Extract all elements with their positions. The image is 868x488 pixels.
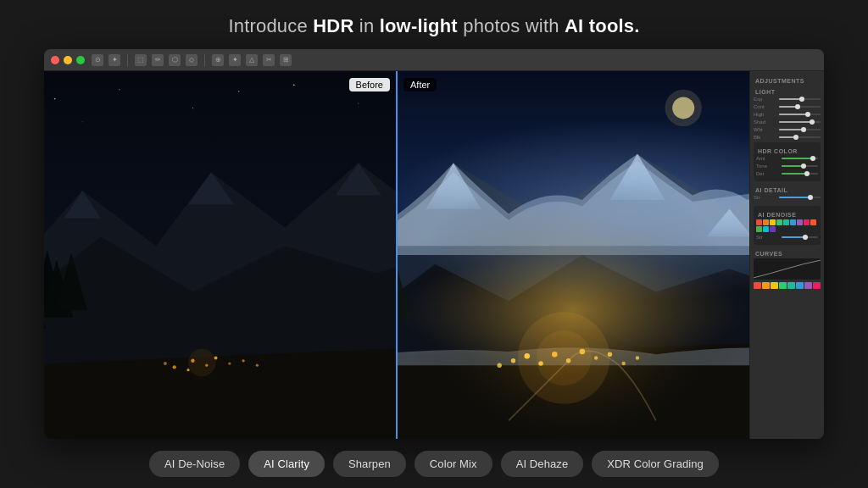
svg-point-51 (622, 362, 626, 365)
close-button[interactable] (51, 56, 59, 64)
svg-point-2 (119, 89, 120, 90)
contrast-label: Cont (754, 104, 777, 109)
ai-detail-section: AI Detail Str (754, 184, 821, 202)
denoise-row: Str (756, 235, 818, 240)
bar-teal (787, 282, 795, 289)
hdr-detail-slider[interactable] (782, 173, 818, 175)
tool-icon-8[interactable]: ✦ (229, 54, 241, 66)
page-title: Introduce HDR in low-light photos with A… (228, 15, 639, 37)
photo-before: Before (44, 71, 397, 439)
blacks-slider[interactable] (779, 136, 821, 138)
maximize-button[interactable] (76, 56, 85, 64)
svg-point-7 (82, 121, 83, 122)
tool-icon-5[interactable]: ⬡ (169, 54, 181, 66)
svg-point-46 (566, 358, 570, 363)
before-label: Before (349, 78, 390, 92)
toolbar-separator-2 (204, 54, 205, 66)
svg-point-52 (497, 363, 501, 367)
bar-green (779, 282, 787, 289)
bar-pink (813, 282, 821, 289)
ai-denoise-button[interactable]: AI De-Noise (149, 451, 240, 477)
svg-point-50 (608, 352, 612, 356)
ai-detail-row: Str (754, 195, 821, 200)
ai-detail-title: AI Detail (755, 187, 819, 193)
denoise-label: Str (756, 235, 780, 240)
svg-point-43 (524, 353, 530, 359)
svg-point-25 (173, 365, 176, 369)
highlights-row: High (754, 112, 821, 117)
tool-icon-1[interactable]: ⊙ (92, 54, 103, 66)
sharpen-button[interactable]: Sharpen (333, 451, 406, 477)
shadows-slider[interactable] (779, 121, 821, 123)
svg-marker-35 (426, 164, 481, 209)
svg-point-5 (358, 103, 359, 103)
highlights-label: High (754, 112, 777, 117)
minimize-button[interactable] (64, 56, 72, 64)
contrast-row: Cont (754, 104, 821, 109)
svg-marker-38 (397, 255, 749, 439)
svg-point-26 (186, 369, 189, 371)
hdr-amount-slider[interactable] (782, 158, 818, 159)
after-label: After (403, 78, 437, 92)
app-window: ⊙ ✦ ⬚ ✏ ⬡ ◇ ⊕ ✦ △ ✂ ⊞ (44, 49, 824, 439)
xdr-color-grading-button[interactable]: XDR Color Grading (592, 451, 719, 477)
photo-after: After (397, 71, 749, 439)
bar-blue (796, 282, 804, 289)
whites-label: Wht (754, 127, 777, 132)
ai-detail-label: Str (754, 195, 777, 200)
hdr-tone-slider[interactable] (782, 165, 818, 167)
tool-icon-2[interactable]: ✦ (108, 54, 120, 66)
tool-icon-9[interactable]: △ (246, 54, 258, 66)
swatch-teal[interactable] (783, 219, 789, 225)
tool-icon-11[interactable]: ⊞ (280, 54, 292, 66)
svg-point-33 (665, 90, 702, 126)
color-mix-button[interactable]: Color Mix (415, 451, 492, 477)
hdr-tone-label: Tone (756, 164, 780, 169)
after-svg (397, 71, 749, 439)
exposure-label: Exp (754, 97, 777, 102)
svg-point-45 (552, 352, 558, 358)
tool-icon-3[interactable]: ⬚ (135, 54, 147, 66)
swatch-green[interactable] (776, 219, 782, 225)
hdr-amount-row: Amt (756, 156, 818, 161)
whites-row: Wht (754, 127, 821, 132)
tool-icon-7[interactable]: ⊕ (212, 54, 224, 66)
tool-icon-4[interactable]: ✏ (152, 54, 164, 66)
hdr-detail-label: Det (756, 171, 780, 176)
swatch-yellow[interactable] (770, 219, 776, 225)
svg-point-47 (580, 349, 586, 355)
ai-detail-slider[interactable] (779, 197, 821, 198)
curves-display[interactable] (754, 258, 821, 280)
highlights-slider[interactable] (779, 114, 821, 115)
ai-dehaze-button[interactable]: AI Dehaze (501, 451, 584, 477)
light-section-title: Light (755, 89, 819, 95)
svg-marker-41 (397, 342, 749, 439)
ai-clarity-button[interactable]: AI Clarity (248, 451, 325, 477)
tool-icon-10[interactable]: ✂ (263, 54, 275, 66)
hdr-amount-label: Amt (756, 156, 780, 161)
exposure-slider[interactable] (779, 98, 821, 100)
svg-marker-37 (706, 209, 749, 237)
shadows-label: Shad (754, 119, 777, 125)
svg-rect-42 (397, 71, 749, 439)
swatch-red[interactable] (756, 219, 762, 225)
blacks-label: Blk (754, 135, 777, 140)
swatch-light-green[interactable] (756, 226, 762, 232)
swatch-orange[interactable] (763, 219, 769, 225)
tool-icon-6[interactable]: ◇ (186, 54, 198, 66)
curves-svg (754, 258, 821, 280)
swatch-pink[interactable] (804, 219, 810, 225)
curves-title: Curves (755, 251, 819, 257)
svg-point-30 (188, 349, 216, 377)
swatch-purple[interactable] (797, 219, 803, 225)
swatch-blue[interactable] (790, 219, 796, 225)
before-svg (44, 71, 397, 439)
svg-point-53 (636, 356, 639, 359)
swatch-cyan[interactable] (763, 226, 769, 232)
denoise-slider[interactable] (782, 236, 818, 238)
contrast-slider[interactable] (779, 106, 821, 108)
swatch-deep-purple[interactable] (770, 226, 776, 232)
hdr-detail-row: Det (756, 171, 818, 176)
whites-slider[interactable] (779, 129, 821, 130)
swatch-deep-orange[interactable] (810, 219, 816, 225)
